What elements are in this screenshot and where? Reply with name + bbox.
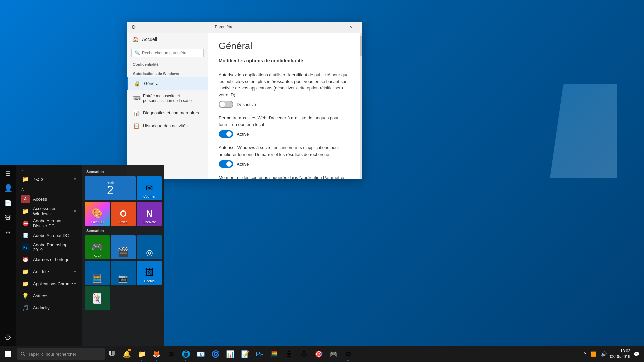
tile-movies[interactable]: 🎬 xyxy=(111,235,136,259)
settings-window: ⚙ Paramètres ─ □ ✕ 🏠 Accueil 🔍 Confiden xyxy=(127,22,362,179)
window-body: 🏠 Accueil 🔍 Confidentialité Autorisation… xyxy=(127,33,362,179)
app-item-acrobat-distiller[interactable]: ⛔ Adobe Acrobat Distiller DC xyxy=(16,217,82,229)
taskbar-firefox[interactable]: 🦊 xyxy=(149,346,164,362)
publicite-toggle[interactable] xyxy=(219,101,233,108)
tile-calc[interactable]: 🧮 xyxy=(85,261,110,285)
expand-icon-chrome-apps: ▼ xyxy=(73,282,77,286)
taskbar-excel[interactable]: 📊 xyxy=(223,346,237,362)
close-button[interactable]: ✕ xyxy=(343,22,358,33)
tile-paint3d[interactable]: 🎨 Paint 3D xyxy=(85,202,110,226)
minimize-button[interactable]: ─ xyxy=(312,22,327,33)
taskbar-settings[interactable]: ⚙ xyxy=(341,346,356,362)
app-label-astuces: Astuces xyxy=(33,293,48,298)
app-icon-acrobat-dc: 📑 xyxy=(21,231,30,239)
app-icon-chrome-apps: 📁 xyxy=(21,280,30,288)
mail-tile-label: Courrier xyxy=(143,195,155,198)
taskbar-filezilla[interactable]: 🗄 xyxy=(282,346,297,362)
nav-saisie[interactable]: ⌨ Entrée manuscrite et personnalisation … xyxy=(127,90,208,106)
app-item-chrome-apps[interactable]: 📁 Applications Chrome ▼ xyxy=(16,278,82,290)
start-docs[interactable]: 📄 xyxy=(0,196,16,210)
settings-home-button[interactable]: 🏠 Accueil xyxy=(127,33,208,46)
taskview-button[interactable] xyxy=(105,346,119,362)
taskbar-notification-app[interactable]: 🔔 xyxy=(119,346,134,362)
taskbar-game3[interactable]: 🎮 xyxy=(326,346,341,362)
lancement-desc: Autoriser Windows à suivre les lancement… xyxy=(219,144,349,158)
publicite-toggle-container: Désactivé xyxy=(219,101,349,108)
tile-office[interactable]: O Office xyxy=(111,202,136,226)
start-settings[interactable]: ⚙ xyxy=(0,225,16,240)
tile-calendar[interactable]: jeudi 2 xyxy=(85,176,136,200)
tile-xbox[interactable]: 🎮 Xbox xyxy=(85,235,110,259)
calc-taskbar-icon: 🧮 xyxy=(271,350,278,358)
tile-photos[interactable]: 🖼 Photos xyxy=(137,261,162,285)
app-item-audacity[interactable]: 🎵 Audacity xyxy=(16,302,82,314)
onenote-label: OneNote xyxy=(143,220,156,224)
app-item-photoshop[interactable]: Ps Adobe Photoshop 2019 xyxy=(16,241,82,253)
start-button[interactable] xyxy=(0,346,16,362)
taskbar-outlook[interactable]: 📧 xyxy=(193,346,208,362)
tile-camera[interactable]: 📷 xyxy=(111,261,136,285)
taskbar-apps: 🔔 📁 🦊 ✉ 🌐 📧 xyxy=(119,346,356,362)
nav-historique[interactable]: 📋 Historique des activités xyxy=(127,119,208,132)
settings-search-input[interactable] xyxy=(142,51,201,55)
taskbar-game1[interactable]: 🕹 xyxy=(297,346,311,362)
xbox-icon: 🎮 xyxy=(91,241,103,252)
taskbar: Taper ici pour rechercher 🔔 📁 🦊 xyxy=(0,346,644,362)
app-item-antidote[interactable]: 📁 Antidote ▼ xyxy=(16,265,82,278)
settings-search[interactable]: 🔍 xyxy=(131,49,204,57)
xbox-label: Xbox xyxy=(93,254,101,257)
ps-icon: Ps xyxy=(256,350,263,358)
app-label-access: Access xyxy=(33,197,47,202)
search-icon: 🔍 xyxy=(135,50,140,55)
tile-onenote[interactable]: N OneNote xyxy=(137,202,162,226)
app-item-accessories[interactable]: 📁 Accessoires Windows ▼ xyxy=(16,205,82,217)
tile-mail[interactable]: ✉ Courrier xyxy=(137,176,162,200)
publicite-desc: Autorisez les applications à utiliser l'… xyxy=(219,72,349,98)
taskbar-word[interactable]: 📝 xyxy=(237,346,252,362)
app-icon-photoshop: Ps xyxy=(21,243,30,251)
app-label-antidote: Antidote xyxy=(33,269,49,274)
lancement-toggle-container: Activé xyxy=(219,160,349,168)
scrollbar-thumb[interactable] xyxy=(360,36,362,56)
taskbar-search-box[interactable]: Taper ici pour rechercher xyxy=(17,348,105,360)
tray-volume[interactable]: 🔊 xyxy=(600,351,608,357)
taskbar-calc[interactable]: 🧮 xyxy=(267,346,282,362)
action-center[interactable]: 💬 xyxy=(632,351,641,357)
scrollbar[interactable] xyxy=(360,33,362,179)
app-item-astuces[interactable]: 💡 Astuces xyxy=(16,290,82,302)
app-icon-accessories: 📁 xyxy=(21,207,30,215)
app-item-alarmes[interactable]: ⏰ Alarmes et horloge xyxy=(16,253,82,265)
app-label-accessories: Accessoires Windows xyxy=(33,206,73,216)
nav-diagnostics[interactable]: 📊 Diagnostics et commentaires xyxy=(127,106,208,119)
taskbar-explorer[interactable]: 📁 xyxy=(134,346,149,362)
taskbar-photoshop[interactable]: Ps xyxy=(252,346,267,362)
maximize-button[interactable]: □ xyxy=(327,22,343,33)
outlook-icon: 📧 xyxy=(197,350,205,358)
suggestions-desc: Me montrer des contenus suggérés dans l'… xyxy=(219,174,349,179)
app-item-access[interactable]: A Access xyxy=(16,193,82,205)
taskbar-game2[interactable]: 🎯 xyxy=(311,346,326,362)
nav-general[interactable]: 🔒 Général xyxy=(127,77,208,90)
start-hamburger[interactable]: ☰ xyxy=(0,166,16,181)
taskbar-chrome[interactable]: 🌐 xyxy=(178,346,193,362)
start-power[interactable]: ⏻ xyxy=(0,330,16,345)
lancement-toggle[interactable] xyxy=(219,160,233,168)
taskbar-mail[interactable]: ✉ xyxy=(164,346,178,362)
privacy-section-label: Confidentialité xyxy=(127,60,208,68)
tray-clock[interactable]: 18:03 02/05/2019 xyxy=(610,348,630,360)
publicite-label: Désactivé xyxy=(237,102,256,107)
langues-toggle[interactable] xyxy=(219,130,233,138)
mixed-icon: ◎ xyxy=(146,248,153,257)
tile-solitaire[interactable]: 🃏 xyxy=(85,286,110,310)
taskbar-edge[interactable]: 🌀 xyxy=(208,346,223,362)
clock-date: 02/05/2019 xyxy=(610,354,630,360)
tile-mixed[interactable]: ◎ xyxy=(137,235,162,259)
app-item-7zip[interactable]: 📁 7-Zip ▼ xyxy=(16,173,82,185)
app-label-audacity: Audacity xyxy=(33,305,50,310)
tray-network[interactable]: 📶 xyxy=(589,351,598,357)
nav-historique-label: Historique des activités xyxy=(143,123,188,128)
tray-hidden-icons[interactable]: ^ xyxy=(582,351,587,357)
start-photos-nav[interactable]: 🖼 xyxy=(0,210,16,225)
app-item-acrobat-dc[interactable]: 📑 Adobe Acrobat DC xyxy=(16,229,82,241)
start-user[interactable]: 👤 xyxy=(0,181,16,196)
